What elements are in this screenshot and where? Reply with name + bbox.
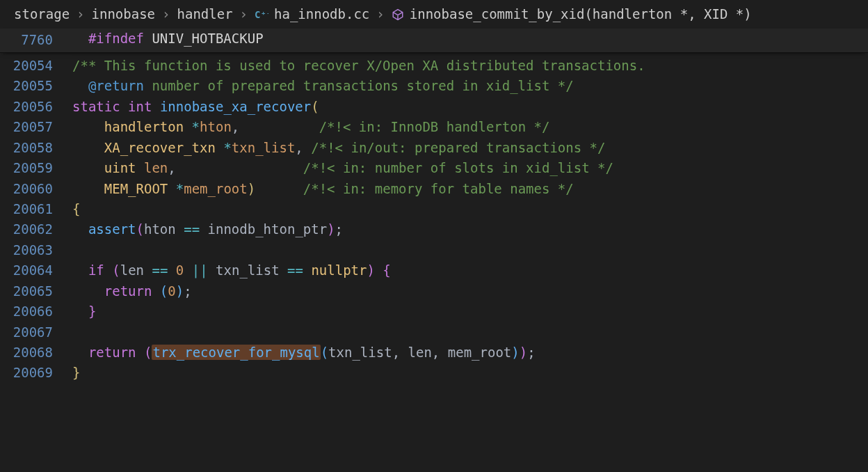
code-line[interactable]: 20059 uint len, /*!< in: number of slots… — [0, 158, 868, 178]
line-number: 20056 — [0, 97, 72, 117]
code-text: assert(hton == innodb_hton_ptr); — [72, 219, 868, 239]
code-text: MEM_ROOT *mem_root) /*!< in: memory for … — [72, 179, 868, 199]
param-name: txn_list — [232, 140, 296, 155]
code-line[interactable]: 20064 if (len == 0 || txn_list == nullpt… — [0, 260, 868, 281]
code-text: return (trx_recover_for_mysql(txn_list, … — [72, 343, 868, 363]
keyword-nullptr: nullptr — [311, 262, 367, 278]
code-line[interactable]: 20063 — [0, 240, 868, 260]
line-number: 20065 — [0, 281, 72, 301]
code-text: } — [72, 363, 868, 383]
paren-open: ( — [136, 221, 144, 237]
line-number: 20067 — [0, 322, 72, 343]
semicolon: ; — [335, 221, 343, 237]
padding — [255, 181, 303, 196]
param-name: len — [144, 160, 168, 175]
symbol-method-icon — [392, 8, 404, 21]
comma: , — [168, 160, 175, 175]
paren-close: ) — [367, 262, 374, 278]
breadcrumb-seg-innobase[interactable]: innobase — [92, 4, 156, 24]
breadcrumb-seg-symbol[interactable]: innobase_commit_by_xid(handlerton *, XID… — [410, 4, 752, 24]
code-text: static int innobase_xa_recover( — [72, 97, 868, 117]
keyword-static: static — [72, 99, 120, 114]
code-text — [72, 322, 868, 343]
keyword-if: if — [88, 262, 104, 278]
code-line[interactable]: 20056 static int innobase_xa_recover( — [0, 97, 868, 117]
code-text: return (0); — [72, 281, 868, 301]
paren-open: ( — [144, 345, 152, 360]
operator: == — [184, 221, 200, 237]
brace-close: } — [88, 304, 96, 319]
doc-comment: number of prepared transactions stored i… — [144, 78, 574, 93]
comma: , — [295, 140, 303, 155]
function-call-highlighted: trx_recover_for_mysql — [152, 345, 319, 360]
operator: * — [223, 140, 231, 155]
brace-close: } — [72, 365, 80, 380]
breadcrumb-seg-storage[interactable]: storage — [14, 4, 70, 24]
code-line[interactable]: 20060 MEM_ROOT *mem_root) /*!< in: memor… — [0, 179, 868, 199]
semicolon: ; — [527, 345, 535, 360]
param-name: hton — [200, 119, 232, 134]
identifier: hton — [144, 221, 176, 237]
doc-comment: /** This function is used to recover X/O… — [72, 58, 645, 73]
identifier: innodb_hton_ptr — [208, 221, 328, 237]
keyword-int: int — [128, 99, 152, 114]
identifier: txn_list — [216, 262, 280, 278]
padding — [239, 119, 319, 134]
operator: == — [287, 262, 303, 278]
paren-close: ) — [248, 181, 255, 196]
code-line[interactable]: 20055 @return number of prepared transac… — [0, 76, 868, 96]
chevron-right-icon: › — [77, 4, 84, 24]
param-name: mem_root — [184, 181, 248, 196]
code-line[interactable]: 20062 assert(hton == innodb_hton_ptr); — [0, 219, 868, 239]
breadcrumb-seg-file[interactable]: ha_innodb.cc — [274, 4, 369, 24]
operator: * — [192, 119, 200, 134]
breadcrumb-seg-handler[interactable]: handler — [177, 4, 233, 24]
line-number: 20055 — [0, 76, 72, 96]
svg-text:C⁺⁺: C⁺⁺ — [255, 9, 268, 20]
argument: len — [408, 345, 432, 360]
padding — [303, 140, 311, 155]
code-line[interactable]: 20058 XA_recover_txn *txn_list, /*!< in/… — [0, 138, 868, 158]
param-comment: /*!< in: InnoDB handlerton */ — [319, 119, 550, 134]
line-number: 20058 — [0, 138, 72, 158]
comma: , — [432, 345, 440, 360]
cpp-file-icon: C⁺⁺ — [255, 8, 268, 22]
line-number: 20062 — [0, 219, 72, 239]
preprocessor-directive: #ifndef — [88, 31, 144, 46]
code-line[interactable]: 20069 } — [0, 363, 868, 383]
type-name: uint — [104, 160, 136, 175]
line-number: 20066 — [0, 301, 72, 322]
code-line[interactable]: 20061 { — [0, 199, 868, 219]
paren-close: ) — [520, 345, 527, 360]
code-text: handlerton *hton, /*!< in: InnoDB handle… — [72, 117, 868, 137]
sticky-scroll-line[interactable]: 7760 #ifndef UNIV_HOTBACKUP — [0, 29, 868, 52]
line-number: 20064 — [0, 260, 72, 281]
number-literal: 0 — [176, 262, 184, 278]
identifier: len — [120, 262, 144, 278]
code-line[interactable]: 20067 — [0, 322, 868, 343]
chevron-right-icon: › — [162, 4, 170, 24]
code-text: @return number of prepared transactions … — [72, 76, 868, 96]
code-line[interactable]: 20065 return (0); — [0, 281, 868, 301]
breadcrumb[interactable]: storage › innobase › handler › C⁺⁺ ha_in… — [0, 0, 868, 29]
line-number: 20057 — [0, 117, 72, 137]
code-line[interactable]: 20057 handlerton *hton, /*!< in: InnoDB … — [0, 117, 868, 137]
code-line[interactable]: 20066 } — [0, 301, 868, 322]
keyword-return: return — [88, 345, 136, 360]
function-name: innobase_xa_recover — [160, 99, 311, 114]
code-line[interactable]: 20068 return (trx_recover_for_mysql(txn_… — [0, 343, 868, 363]
code-line[interactable]: 20054 /** This function is used to recov… — [0, 56, 868, 76]
line-number: 20054 — [0, 56, 72, 76]
param-comment: /*!< in: number of slots in xid_list */ — [303, 160, 613, 175]
paren-open: ( — [311, 99, 319, 114]
paren-close: ) — [511, 345, 519, 360]
brace-open: { — [383, 262, 390, 278]
line-number: 20069 — [0, 363, 72, 383]
operator: == — [152, 262, 168, 278]
argument: mem_root — [448, 345, 512, 360]
padding — [176, 160, 303, 175]
code-text: /** This function is used to recover X/O… — [72, 56, 868, 76]
chevron-right-icon: › — [376, 4, 384, 24]
editor-content[interactable]: 20054 /** This function is used to recov… — [0, 53, 868, 384]
operator: || — [192, 262, 208, 278]
